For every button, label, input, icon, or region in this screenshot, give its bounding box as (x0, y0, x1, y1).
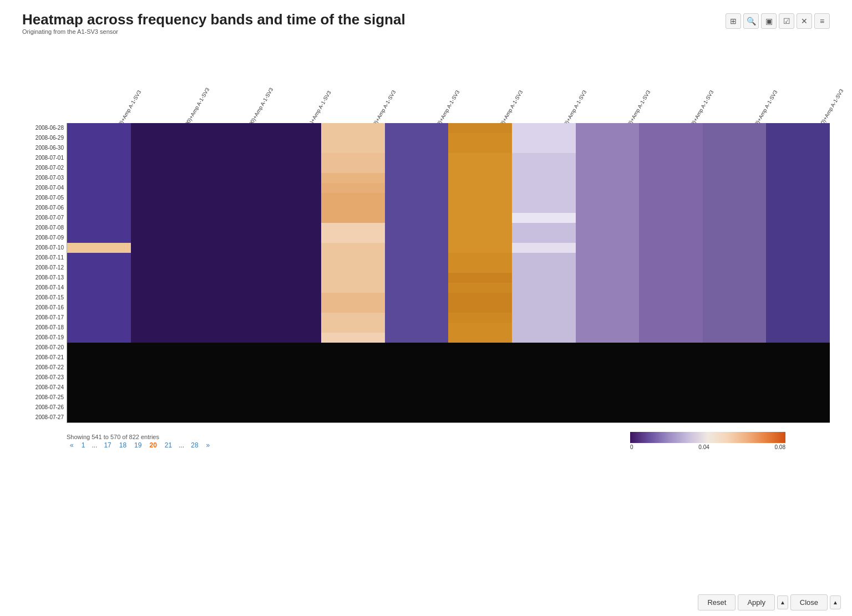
heatmap-cell (448, 243, 512, 253)
heatmap-cell (448, 383, 512, 393)
search-button[interactable]: 🔍 (743, 13, 759, 29)
heatmap-cell (448, 373, 512, 383)
heatmap-cell (258, 283, 322, 293)
heatmap-cell (639, 353, 703, 363)
heatmap-cell (321, 263, 385, 273)
heatmap-cell (512, 403, 576, 413)
heatmap-cell (766, 173, 830, 183)
zoom-plus-button[interactable]: ⊞ (726, 13, 741, 29)
heatmap-cell (258, 333, 322, 343)
x-label-cell: [700, 800)+Amp A-1-SV3 (639, 43, 703, 123)
pagination-controls: «1...1718192021...28» (67, 440, 213, 450)
pagination-section: Showing 541 to 570 of 822 entries «1...1… (67, 434, 213, 450)
legend-min: 0 (630, 444, 633, 450)
heatmap-cell (321, 193, 385, 203)
heatmap-cell (385, 273, 449, 283)
menu-button[interactable]: ≡ (814, 13, 830, 29)
heatmap-cell (385, 133, 449, 143)
heatmap-cell (703, 283, 767, 293)
heatmap-cell (321, 293, 385, 303)
heatmap-cell (448, 343, 512, 353)
next-page-button[interactable]: » (203, 440, 214, 450)
page-button-20[interactable]: 20 (146, 440, 160, 450)
close-arrow-button[interactable]: ▲ (830, 595, 841, 609)
pagination-legend-row: Showing 541 to 570 of 822 entries «1...1… (22, 432, 830, 450)
heatmap-cell (766, 363, 830, 373)
heatmap-row (67, 193, 830, 203)
heatmap-cell (131, 383, 195, 393)
heatmap-cell (258, 213, 322, 223)
heatmap-row (67, 283, 830, 293)
heatmap-cell (512, 363, 576, 373)
heatmap-cell (194, 353, 258, 363)
heatmap-cell (131, 133, 195, 143)
heatmap-cell (194, 253, 258, 263)
heatmap-cell (67, 173, 131, 183)
apply-button[interactable]: Apply (738, 594, 775, 610)
heatmap-cell (67, 133, 131, 143)
y-label: 2008-07-16 (22, 303, 64, 313)
apply-arrow-button[interactable]: ▲ (777, 595, 788, 609)
heatmap-cell (385, 123, 449, 133)
close-button[interactable]: Close (790, 594, 828, 610)
reset-button[interactable]: Reset (698, 594, 736, 610)
page-button-28[interactable]: 28 (187, 440, 201, 450)
heatmap-cell (703, 313, 767, 323)
heatmap-cell (576, 243, 640, 253)
heatmap-cell (512, 263, 576, 273)
heatmap-cell (448, 263, 512, 273)
heatmap-cell (67, 283, 131, 293)
heatmap-cell (448, 223, 512, 233)
page-button-19[interactable]: 19 (131, 440, 145, 450)
heatmap-cell (194, 223, 258, 233)
copy-button[interactable]: ▣ (761, 13, 777, 29)
heatmap-cell (258, 123, 322, 133)
heatmap-cell (194, 323, 258, 333)
heatmap-cell (576, 133, 640, 143)
heatmap-row (67, 293, 830, 303)
prev-page-button[interactable]: « (67, 440, 77, 450)
heatmap-cell (576, 343, 640, 353)
heatmap-cell (194, 273, 258, 283)
heatmap-cell (576, 123, 640, 133)
heatmap-cell (639, 333, 703, 343)
heatmap-cell (385, 353, 449, 363)
heatmap-cell (448, 413, 512, 422)
heatmap-cell (258, 363, 322, 373)
page-button-17[interactable]: 17 (100, 440, 114, 450)
heatmap-row (67, 273, 830, 283)
page-button-1[interactable]: 1 (78, 440, 89, 450)
heatmap-cell (639, 253, 703, 263)
y-label: 2008-07-26 (22, 403, 64, 413)
heatmap-row (67, 363, 830, 373)
heatmap-cell (512, 373, 576, 383)
heatmap-cell (639, 143, 703, 153)
heatmap-cell (385, 183, 449, 193)
heatmap-cell (194, 343, 258, 353)
heatmap-cell (385, 403, 449, 413)
y-label: 2008-07-15 (22, 293, 64, 303)
heatmap-cell (258, 163, 322, 173)
heatmap-cell (576, 323, 640, 333)
chart-area: 2008-06-282008-06-292008-06-302008-07-01… (22, 43, 830, 424)
heatmap-cell (703, 303, 767, 313)
heatmap-cell (639, 183, 703, 193)
heatmap-cell (194, 133, 258, 143)
heatmap-cell (766, 193, 830, 203)
heatmap-cell (639, 173, 703, 183)
checkbox-button[interactable]: ☑ (779, 13, 794, 29)
heatmap-cell (576, 203, 640, 213)
heatmap-cell (512, 143, 576, 153)
heatmap-cell (385, 253, 449, 263)
heatmap-cell (258, 203, 322, 213)
heatmap-cell (703, 413, 767, 422)
heatmap-row (67, 233, 830, 243)
heatmap-row (67, 313, 830, 323)
close-x-button[interactable]: ✕ (797, 13, 812, 29)
heatmap-cell (512, 193, 576, 203)
heatmap-cell (67, 413, 131, 422)
heatmap-cell (67, 153, 131, 163)
page-button-18[interactable]: 18 (116, 440, 130, 450)
page-button-21[interactable]: 21 (161, 440, 175, 450)
heatmap-cell (258, 323, 322, 333)
